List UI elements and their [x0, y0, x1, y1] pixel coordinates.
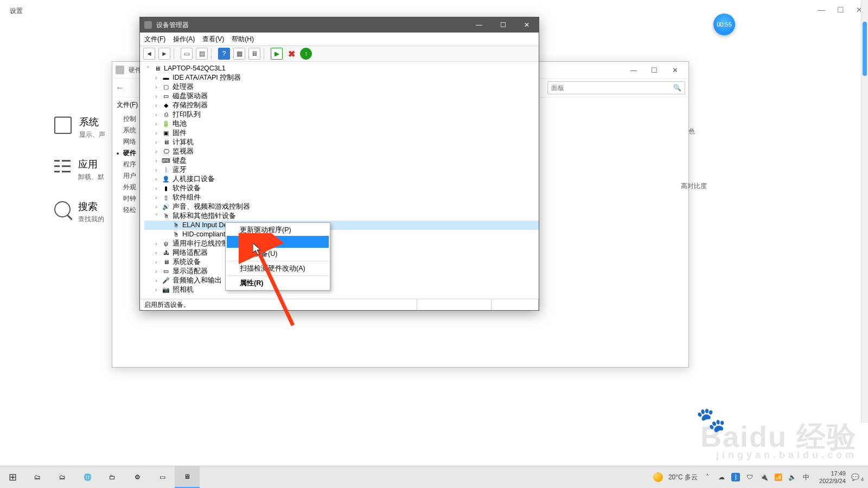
ctx-enable-device[interactable]: 启用设备(E) — [227, 236, 329, 248]
dm-title-text: 设备管理器 — [156, 21, 189, 30]
cp-back-button[interactable]: ← — [116, 83, 124, 93]
toolbar-help-icon[interactable]: ? — [218, 48, 230, 60]
tray-power-icon[interactable]: 🔌 — [760, 473, 768, 481]
tree-cat-storage[interactable]: ›◆存储控制器 — [144, 101, 539, 110]
tree-cat-hid[interactable]: ›👤人机接口设备 — [144, 175, 539, 184]
settings-max-button[interactable]: ☐ — [837, 5, 844, 14]
tree-cat-cpu[interactable]: ›▢处理器 — [144, 82, 539, 92]
tree-root[interactable]: ˅🖥LAPTOP-542QC3L1 — [144, 64, 539, 73]
display-adapter-icon: ▭ — [162, 268, 170, 275]
settings-min-button[interactable]: — — [818, 5, 825, 14]
dm-min-button[interactable]: — — [467, 17, 491, 33]
tree-cat-ide[interactable]: ›▬IDE ATA/ATAPI 控制器 — [144, 73, 539, 82]
tray-volume-icon[interactable]: 🔈 — [788, 473, 796, 481]
tray-security-icon[interactable]: 🛡 — [745, 473, 754, 481]
settings-nav-sub: 显示、声 — [79, 130, 105, 139]
tray-clock[interactable]: 17:49 2022/9/24 — [819, 470, 846, 485]
toolbar-forward-icon[interactable]: ► — [158, 48, 170, 60]
ctx-properties[interactable]: 属性(R) — [227, 277, 329, 289]
toolbar-properties-icon[interactable]: ▤ — [196, 48, 208, 60]
dm-device-tree[interactable]: ˅🖥LAPTOP-542QC3L1 ›▬IDE ATA/ATAPI 控制器 ›▢… — [140, 62, 539, 299]
toolbar-back-icon[interactable]: ◄ — [143, 48, 155, 60]
tray-wifi-icon[interactable]: 📶 — [774, 473, 782, 481]
scroll-thumb[interactable] — [863, 22, 867, 76]
taskbar-app-chrome[interactable]: 🌐 — [75, 466, 100, 488]
taskbar-app-1[interactable]: 🗂 — [25, 466, 50, 488]
dm-max-button[interactable]: ☐ — [491, 17, 515, 33]
tree-cat-net[interactable]: ›🖧网络适配器 — [144, 248, 539, 258]
tree-cat-monitor[interactable]: ›🖵监视器 — [144, 147, 539, 156]
toolbar-show-hide-icon[interactable]: ▭ — [181, 48, 193, 60]
dm-menu-help[interactable]: 帮助(H) — [232, 35, 254, 44]
cp-close-button[interactable]: ✕ — [665, 66, 685, 74]
page-scrollbar[interactable] — [861, 0, 868, 423]
firmware-icon: ▣ — [162, 130, 170, 137]
toolbar-monitor-icon[interactable]: 🖥 — [248, 48, 260, 60]
toolbar-enable-icon[interactable]: ▶ — [271, 48, 283, 60]
tree-item-hid-mouse[interactable]: 🖱HID-compliant — [144, 230, 539, 239]
taskbar-app-device-manager[interactable]: 🖥 — [175, 466, 200, 488]
software-device-icon: ▮ — [162, 185, 170, 192]
dm-close-button[interactable]: ✕ — [515, 17, 539, 33]
mouse-cursor-icon — [253, 243, 263, 256]
mouse-icon: 🖱 — [162, 213, 170, 220]
tree-cat-bluetooth[interactable]: ›ᛒ蓝牙 — [144, 165, 539, 175]
toolbar-update-icon[interactable]: ↑ — [300, 48, 312, 60]
tree-cat-audio[interactable]: ›🎤音频输入和输出 — [144, 276, 539, 285]
tree-cat-camera[interactable]: ›📷照相机 — [144, 285, 539, 294]
clock-time: 17:49 — [831, 470, 846, 477]
weather-icon[interactable] — [653, 472, 663, 482]
cpu-icon: ▢ — [162, 84, 170, 91]
dm-menu-file[interactable]: 文件(F) — [144, 35, 165, 44]
start-button[interactable]: ⊞ — [0, 466, 25, 488]
tree-cat-print[interactable]: ›⎙打印队列 — [144, 110, 539, 119]
tree-cat-swcomp[interactable]: ›▯软件组件 — [144, 193, 539, 202]
bluetooth-icon: ᛒ — [162, 166, 170, 174]
svg-marker-2 — [253, 243, 260, 255]
tray-chevron-icon[interactable]: ˄ — [703, 473, 712, 481]
toolbar-separator — [174, 48, 177, 59]
tree-cat-battery[interactable]: ›🔋电池 — [144, 119, 539, 129]
taskbar-app-2[interactable]: 🗂 — [50, 466, 75, 488]
tree-cat-usb[interactable]: ›ψ通用串行总线控制器 — [144, 239, 539, 248]
dm-menu-view[interactable]: 查看(V) — [202, 35, 224, 44]
cp-max-button[interactable]: ☐ — [644, 66, 665, 74]
ctx-uninstall-device[interactable]: 卸载设备(U) — [227, 248, 329, 260]
cp-search-box[interactable]: 面板 🔍 — [547, 81, 685, 94]
tree-cat-mouse[interactable]: ˅🖱鼠标和其他指针设备 — [144, 211, 539, 221]
tray-bluetooth-icon[interactable]: ᛒ — [731, 473, 740, 481]
weather-text[interactable]: 20°C 多云 — [668, 473, 698, 482]
toolbar-separator — [211, 48, 215, 59]
ctx-scan-hardware[interactable]: 扫描检测硬件改动(A) — [227, 262, 329, 274]
tree-cat-keyboard[interactable]: ›⌨键盘 — [144, 156, 539, 165]
taskbar-app-recorder[interactable]: ▭ — [150, 466, 175, 488]
dm-menu-action[interactable]: 操作(A) — [173, 35, 195, 44]
tree-item-elan[interactable]: 🖱ELAN Input Device — [144, 221, 539, 230]
system-icon — [54, 117, 72, 134]
tree-cat-computer[interactable]: ›🖥计算机 — [144, 138, 539, 147]
toolbar-scan-icon[interactable]: ▦ — [233, 48, 245, 60]
cp-min-button[interactable]: — — [623, 66, 644, 74]
cp-menu-file[interactable]: 文件(F) — [117, 100, 138, 110]
tree-cat-swdev[interactable]: ›▮软件设备 — [144, 184, 539, 193]
tree-cat-firmware[interactable]: ›▣固件 — [144, 129, 539, 138]
tree-cat-sysdev[interactable]: ›🖥系统设备 — [144, 258, 539, 267]
tray-notifications-icon[interactable]: 💬 — [851, 473, 860, 481]
toolbar-disable-icon[interactable]: ✖ — [286, 48, 297, 59]
tree-cat-display[interactable]: ›▭显示适配器 — [144, 267, 539, 276]
taskbar-app-settings[interactable]: ⚙ — [125, 466, 150, 488]
dm-titlebar[interactable]: 设备管理器 — ☐ ✕ — [140, 17, 539, 33]
tray-onedrive-icon[interactable]: ☁ — [717, 473, 726, 481]
dm-status-text: 启用所选设备。 — [140, 299, 417, 310]
tree-cat-sound[interactable]: ›🔊声音、视频和游戏控制器 — [144, 202, 539, 211]
settings-nav-title: 搜索 — [78, 200, 104, 213]
ctx-update-driver[interactable]: 更新驱动程序(P) — [227, 224, 329, 236]
system-device-icon: 🖥 — [162, 259, 170, 266]
taskbar-app-explorer[interactable]: 🗀 — [100, 466, 125, 488]
tree-cat-disk[interactable]: ›▭磁盘驱动器 — [144, 92, 539, 101]
apps-icon — [54, 160, 71, 173]
tray-ime-icon[interactable]: 中 — [802, 473, 810, 481]
device-manager-window: 设备管理器 — ☐ ✕ 文件(F) 操作(A) 查看(V) 帮助(H) ◄ ► … — [139, 17, 539, 311]
system-tray: 20°C 多云 ˄ ☁ ᛒ 🛡 🔌 📶 🔈 中 17:49 2022/9/24 … — [649, 470, 868, 485]
recording-timer[interactable]: 00:55 — [713, 14, 735, 35]
